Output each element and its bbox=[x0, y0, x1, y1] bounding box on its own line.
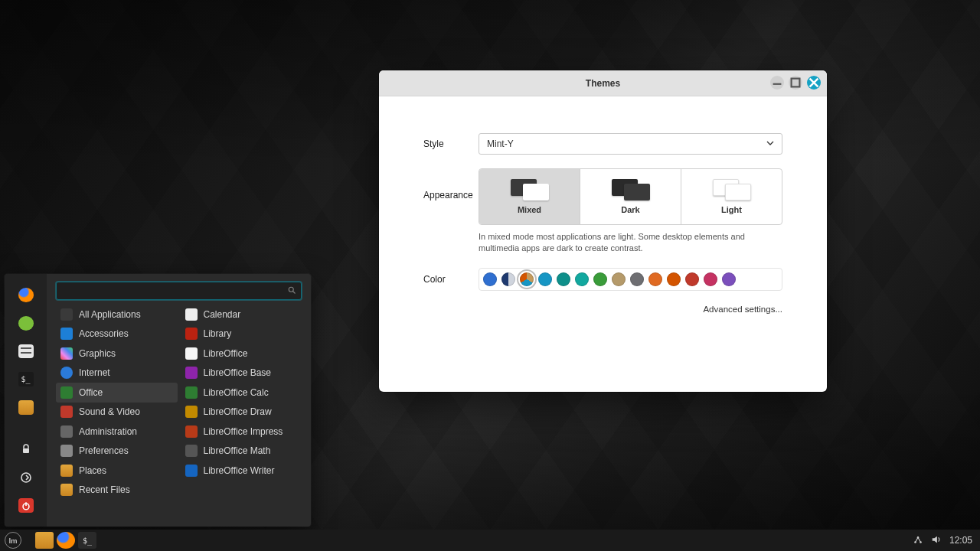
app-lomath[interactable]: LibreOffice Math bbox=[181, 442, 302, 461]
appearance-option-dark[interactable]: Dark bbox=[580, 169, 681, 224]
cal-icon bbox=[185, 308, 198, 321]
app-loimp[interactable]: LibreOffice Impress bbox=[181, 422, 302, 442]
appearance-thumb-mixed bbox=[511, 179, 549, 201]
color-swatch-10[interactable] bbox=[667, 272, 681, 286]
color-swatch-6[interactable] bbox=[593, 272, 607, 286]
advanced-settings-link[interactable]: Advanced settings... bbox=[423, 305, 782, 314]
taskbar-firefox[interactable] bbox=[57, 532, 75, 549]
color-swatch-13[interactable] bbox=[722, 272, 736, 286]
app-localc[interactable]: LibreOffice Calc bbox=[181, 383, 302, 403]
system-settings-icon[interactable] bbox=[18, 344, 34, 359]
appearance-group: Mixed Dark Light bbox=[479, 168, 782, 225]
software-manager-icon[interactable] bbox=[18, 316, 34, 331]
window-titlebar[interactable]: Themes bbox=[379, 70, 827, 96]
svg-rect-4 bbox=[23, 448, 29, 453]
lowriter-icon bbox=[185, 465, 198, 477]
pref-icon bbox=[60, 445, 73, 457]
taskbar-terminal[interactable]: $_ bbox=[78, 532, 96, 549]
start-menu-categories: All ApplicationsAccessoriesGraphicsInter… bbox=[56, 305, 178, 522]
lobase-icon bbox=[185, 367, 198, 379]
lo-icon bbox=[185, 347, 198, 360]
localc-icon bbox=[185, 386, 198, 399]
lodraw-icon bbox=[185, 406, 198, 418]
appearance-option-light[interactable]: Light bbox=[681, 169, 782, 224]
color-swatch-5[interactable] bbox=[575, 272, 589, 286]
category-sv[interactable]: Sound & Video bbox=[56, 403, 178, 422]
lock-icon[interactable] bbox=[18, 442, 34, 457]
style-value: Mint-Y bbox=[487, 139, 514, 149]
window-close-button[interactable] bbox=[807, 76, 821, 90]
color-swatch-2[interactable] bbox=[520, 272, 534, 286]
color-swatch-8[interactable] bbox=[630, 272, 644, 286]
appearance-help-text: In mixed mode most applications are ligh… bbox=[479, 231, 782, 254]
color-swatch-4[interactable] bbox=[557, 272, 570, 286]
category-off[interactable]: Office bbox=[56, 383, 178, 403]
category-net[interactable]: Internet bbox=[56, 364, 178, 383]
appearance-thumb-light bbox=[713, 179, 751, 201]
files-icon[interactable] bbox=[18, 400, 34, 415]
app-cal[interactable]: Calendar bbox=[181, 305, 302, 324]
adm-icon bbox=[60, 425, 73, 438]
window-title: Themes bbox=[586, 78, 620, 89]
search-icon bbox=[287, 285, 296, 297]
color-swatch-row bbox=[479, 268, 782, 291]
color-swatch-12[interactable] bbox=[704, 272, 717, 286]
color-swatch-9[interactable] bbox=[648, 272, 662, 286]
app-lib[interactable]: Library bbox=[181, 324, 302, 344]
panel-clock[interactable]: 12:05 bbox=[949, 535, 972, 546]
volume-icon[interactable] bbox=[931, 534, 942, 547]
rec-icon bbox=[60, 484, 73, 496]
lib-icon bbox=[185, 328, 198, 340]
svg-text:lm: lm bbox=[8, 536, 17, 545]
search-input[interactable] bbox=[61, 285, 287, 296]
firefox-icon[interactable] bbox=[18, 288, 34, 302]
plc-icon bbox=[60, 465, 73, 477]
style-label: Style bbox=[423, 139, 479, 149]
category-pref[interactable]: Preferences bbox=[56, 442, 178, 461]
svg-point-5 bbox=[21, 473, 31, 482]
taskbar: lm $_ 12:05 bbox=[0, 530, 980, 551]
window-minimize-button[interactable] bbox=[770, 76, 784, 90]
menu-button[interactable]: lm bbox=[5, 532, 21, 549]
color-label: Color bbox=[423, 274, 479, 285]
category-adm[interactable]: Administration bbox=[56, 422, 178, 442]
start-menu-search[interactable] bbox=[56, 282, 302, 300]
terminal-icon[interactable]: $_ bbox=[18, 372, 34, 386]
themes-window: Themes Style Mint-Y bbox=[379, 70, 827, 392]
gfx-icon bbox=[60, 347, 73, 360]
color-swatch-7[interactable] bbox=[612, 272, 626, 286]
acc-icon bbox=[60, 328, 73, 340]
chevron-down-icon bbox=[766, 139, 774, 149]
appearance-label: Appearance bbox=[423, 168, 479, 201]
app-lo[interactable]: LibreOffice bbox=[181, 344, 302, 364]
app-lobase[interactable]: LibreOffice Base bbox=[181, 364, 302, 383]
category-plc[interactable]: Places bbox=[56, 461, 178, 481]
style-select[interactable]: Mint-Y bbox=[479, 133, 782, 155]
lomath-icon bbox=[185, 445, 198, 457]
start-menu-apps: CalendarLibraryLibreOfficeLibreOffice Ba… bbox=[181, 305, 302, 522]
power-icon[interactable] bbox=[18, 498, 34, 513]
category-rec[interactable]: Recent Files bbox=[56, 481, 178, 500]
appearance-option-mixed[interactable]: Mixed bbox=[479, 169, 580, 224]
color-swatch-3[interactable] bbox=[538, 272, 552, 286]
start-menu: $_ All ApplicationsAccessoriesGraphicsIn… bbox=[5, 274, 311, 527]
system-tray: 12:05 bbox=[913, 534, 975, 547]
svg-rect-1 bbox=[792, 79, 800, 87]
category-all[interactable]: All Applications bbox=[56, 305, 178, 324]
svg-line-9 bbox=[293, 291, 296, 293]
color-swatch-0[interactable] bbox=[483, 272, 497, 286]
app-lodraw[interactable]: LibreOffice Draw bbox=[181, 403, 302, 422]
window-maximize-button[interactable] bbox=[789, 76, 802, 90]
logout-icon[interactable] bbox=[18, 471, 34, 485]
all-icon bbox=[60, 308, 73, 321]
category-acc[interactable]: Accessories bbox=[56, 324, 178, 344]
off-icon bbox=[60, 386, 73, 399]
app-lowriter[interactable]: LibreOffice Writer bbox=[181, 461, 302, 481]
color-swatch-1[interactable] bbox=[501, 272, 515, 286]
color-swatch-11[interactable] bbox=[685, 272, 699, 286]
svg-point-8 bbox=[289, 287, 293, 292]
category-gfx[interactable]: Graphics bbox=[56, 344, 178, 364]
taskbar-files[interactable] bbox=[35, 532, 54, 549]
network-icon[interactable] bbox=[913, 534, 923, 547]
loimp-icon bbox=[185, 425, 198, 438]
